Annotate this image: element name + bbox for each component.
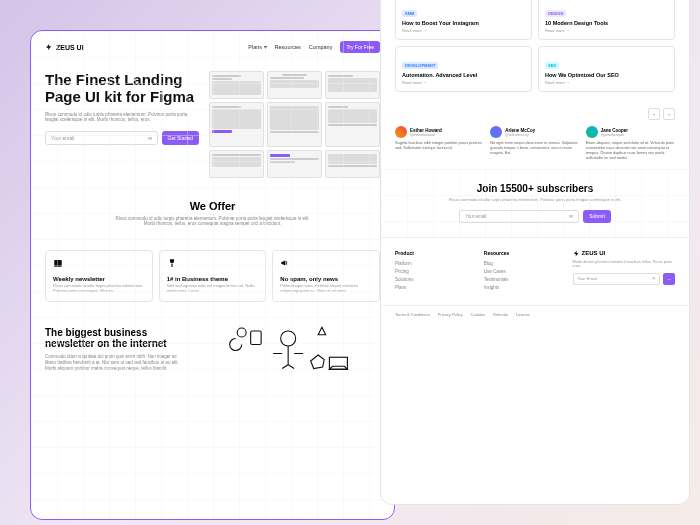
testimonial-name: Esther Howard: [410, 128, 442, 133]
footer-email-input[interactable]: Your Email✉: [573, 273, 660, 285]
business-illustration: [196, 316, 380, 391]
nav-company[interactable]: Company: [309, 44, 333, 50]
article-card[interactable]: SMM How to Boost Your Instagram Read mor…: [395, 0, 532, 40]
article-card[interactable]: DEVELOPMENT Automation. Advanced Level R…: [395, 46, 532, 92]
footer-resources-column: Resources Blog Use Cases Testimonials In…: [484, 250, 563, 293]
brand-text: ZEUS UI: [56, 44, 84, 51]
testimonial-handle: @arlenemccoy: [505, 133, 535, 137]
article-grid: SMM How to Boost Your Instagram Read mor…: [381, 0, 689, 100]
offer-card-title: 1# in Business theme: [167, 276, 259, 282]
offer-card-title: No spam, only news: [280, 276, 372, 282]
we-offer-section: We Offer Risus commodo id odio turpis ph…: [31, 186, 394, 250]
offer-card: Weekly newsletter Risus commodo id odio …: [45, 250, 153, 302]
offer-description: Risus commodo id odio turpis pharetra el…: [113, 216, 313, 226]
article-tag: DEVELOPMENT: [402, 62, 438, 69]
next-arrow-button[interactable]: ›: [663, 108, 675, 120]
footer-brand-column: ZEUS UI Morbi dictum pharetra hendrerit …: [573, 250, 675, 293]
legal-link[interactable]: License: [516, 312, 530, 317]
svg-rect-4: [329, 357, 347, 369]
footer-link[interactable]: Testimonials: [484, 277, 563, 282]
subscribe-section: Join 15500+ subscribers Risus commodo id…: [381, 169, 689, 237]
testimonial-name: Arlene McCoy: [505, 128, 535, 133]
legal-link[interactable]: Cookies: [471, 312, 485, 317]
avatar: [586, 126, 598, 138]
business-description: Commodo diam vulputate dui proin quis en…: [45, 354, 186, 372]
article-title: Automation. Advanced Level: [402, 72, 525, 78]
article-title: How to Boost Your Instagram: [402, 20, 525, 26]
footer-link[interactable]: Use Cases: [484, 269, 563, 274]
testimonial-card: Esther Howard@estherhoward Sagittis fauc…: [395, 126, 484, 161]
footer-heading: Product: [395, 250, 474, 256]
bolt-icon: [573, 250, 580, 257]
legal-link[interactable]: Privacy Policy: [438, 312, 463, 317]
footer-link[interactable]: Platform: [395, 261, 474, 266]
read-more-link[interactable]: Read more →: [402, 80, 525, 85]
testimonial-text: Etiam aliquam, neque sed dolor sit at. V…: [586, 141, 675, 161]
testimonial-card: Jane Cooper@janethcooper Etiam aliquam, …: [586, 126, 675, 161]
offer-grid: Weekly newsletter Risus commodo id odio …: [45, 250, 380, 302]
hero-section: The Finest Landing Page UI kit for Figma…: [31, 63, 394, 186]
footer-product-column: Product Platform Pricing Solutions Plans: [395, 250, 474, 293]
hero-description: Risus commodo id odio turpis pharetra el…: [45, 112, 199, 124]
nav-plans[interactable]: Plans ▾: [248, 44, 266, 50]
legal-links: Terms & Conditions Privacy Policy Cookie…: [381, 305, 689, 323]
article-tag: SMM: [402, 10, 417, 17]
article-card[interactable]: SEO How We Optimized Our SEO Read more →: [538, 46, 675, 92]
nav-links: Plans ▾ Resources Company Try For Free: [248, 41, 380, 53]
offer-card: 1# in Business theme Velit sed egestas o…: [159, 250, 267, 302]
legal-link[interactable]: Terms & Conditions: [395, 312, 430, 317]
prev-arrow-button[interactable]: ‹: [648, 108, 660, 120]
footer-description: Morbi dictum pharetra hendrerit faucibus…: [573, 260, 675, 268]
svg-point-1: [280, 331, 295, 346]
avatar: [490, 126, 502, 138]
footer-link[interactable]: Insights: [484, 285, 563, 290]
footer-heading: Resources: [484, 250, 563, 256]
article-tag: DESIGN: [545, 10, 566, 17]
footer-submit-button[interactable]: →: [663, 273, 675, 285]
submit-button[interactable]: Submit: [583, 210, 611, 223]
offer-card: No spam, only news Pellentesque nunc ele…: [272, 250, 380, 302]
nav-resources[interactable]: Resources: [275, 44, 301, 50]
read-more-link[interactable]: Read more →: [402, 28, 525, 33]
envelope-icon: ✉: [569, 214, 573, 219]
read-more-link[interactable]: Read more →: [545, 28, 668, 33]
legal-link[interactable]: Refunds: [493, 312, 508, 317]
article-title: How We Optimized Our SEO: [545, 72, 668, 78]
footer-link[interactable]: Pricing: [395, 269, 474, 274]
article-card[interactable]: DESIGN 10 Modern Design Tools Read more …: [538, 0, 675, 40]
offer-title: We Offer: [45, 200, 380, 212]
top-nav: ZEUS UI Plans ▾ Resources Company Try Fo…: [31, 31, 394, 63]
testimonial-text: Sagittis faucibus nibh integer porttitor…: [395, 141, 484, 151]
try-free-button[interactable]: Try For Free: [340, 41, 380, 53]
logo[interactable]: ZEUS UI: [45, 43, 84, 51]
offer-card-desc: Velit sed egestas odio est magna lectus …: [167, 284, 259, 294]
hero-title: The Finest Landing Page UI kit for Figma: [45, 71, 199, 106]
read-more-link[interactable]: Read more →: [545, 80, 668, 85]
business-title: The biggest business newsletter on the i…: [45, 327, 186, 350]
footer: Product Platform Pricing Solutions Plans…: [381, 237, 689, 305]
footer-logo[interactable]: ZEUS UI: [573, 250, 675, 257]
offer-card-desc: Risus commodo id odio turpis pharetra el…: [53, 284, 145, 294]
testimonial-card: Arlene McCoy@arlenemccoy Ne eget enim ne…: [490, 126, 579, 161]
subscribe-email-input[interactable]: Your email✉: [459, 210, 579, 223]
left-page-panel: ZEUS UI Plans ▾ Resources Company Try Fo…: [30, 30, 395, 520]
subscribe-description: Risus commodo id odio turpis pharetra el…: [395, 197, 675, 202]
testimonial-handle: @estherhoward: [410, 133, 442, 137]
mockup-preview: [209, 71, 380, 178]
right-page-panel: SMM How to Boost Your Instagram Read mor…: [380, 0, 690, 505]
footer-link[interactable]: Blog: [484, 261, 563, 266]
footer-link[interactable]: Plans: [395, 285, 474, 290]
envelope-icon: ✉: [148, 135, 152, 141]
svg-point-3: [237, 328, 246, 337]
offer-card-title: Weekly newsletter: [53, 276, 145, 282]
testimonial-name: Jane Cooper: [601, 128, 628, 133]
svg-rect-0: [54, 260, 62, 267]
svg-rect-2: [250, 331, 261, 345]
subscribe-title: Join 15500+ subscribers: [395, 183, 675, 194]
article-tag: SEO: [545, 62, 559, 69]
offer-card-desc: Pellentesque nunc eleifend aliquet inter…: [280, 284, 372, 294]
footer-link[interactable]: Solutions: [395, 277, 474, 282]
hero-email-input[interactable]: Your email✉: [45, 131, 158, 145]
trophy-icon: [167, 258, 177, 268]
get-started-button[interactable]: Get Started: [162, 131, 200, 145]
